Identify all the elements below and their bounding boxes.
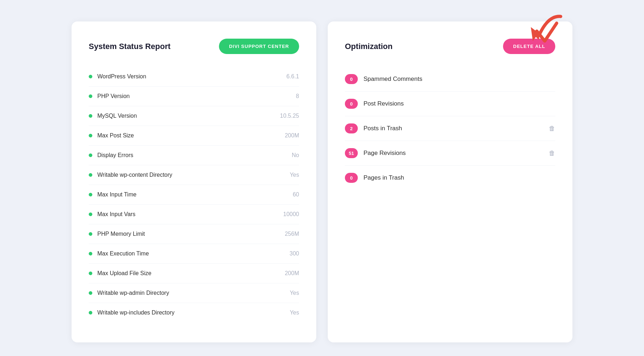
page-wrapper: System Status Report DIVI SUPPORT CENTER… — [72, 21, 572, 342]
status-row-left: Display Errors — [89, 152, 133, 159]
status-dot — [89, 272, 92, 275]
status-row-left: MySQL Version — [89, 113, 137, 119]
status-label: MySQL Version — [97, 113, 137, 119]
status-label: Display Errors — [97, 152, 133, 159]
status-label: Max Input Vars — [97, 211, 135, 218]
status-row: Max Upload File Size 200M — [89, 264, 299, 283]
status-dot — [89, 134, 92, 137]
status-row-left: Max Input Vars — [89, 211, 135, 218]
status-row-left: Writable wp-content Directory — [89, 172, 172, 178]
opt-row-spammed-comments: 0 Spammed Comments — [345, 67, 555, 92]
trash-icon[interactable]: 🗑 — [549, 150, 555, 157]
status-label: Max Execution Time — [97, 250, 149, 257]
status-value: 200M — [285, 132, 299, 139]
status-label: WordPress Version — [97, 73, 146, 80]
status-value: 8 — [296, 93, 299, 99]
opt-label-post-revisions: Post Revisions — [364, 100, 555, 107]
status-label: Writable wp-includes Directory — [97, 309, 175, 316]
status-value: 200M — [285, 270, 299, 277]
opt-badge-page-revisions: 51 — [345, 148, 358, 158]
status-value: 10000 — [283, 211, 299, 218]
status-label: Writable wp-admin Directory — [97, 290, 169, 296]
status-dot — [89, 153, 92, 157]
status-value: Yes — [290, 290, 299, 296]
optimization-card: Optimization DELETE ALL 0 Spamm — [328, 21, 572, 342]
opt-row-page-revisions: 51 Page Revisions 🗑 — [345, 141, 555, 166]
status-value: Yes — [290, 309, 299, 316]
status-value: 10.5.25 — [280, 113, 299, 119]
status-value: 256M — [285, 231, 299, 237]
status-label: PHP Memory Limit — [97, 231, 145, 237]
status-dot — [89, 193, 92, 196]
opt-label-page-revisions: Page Revisions — [364, 150, 543, 157]
status-dot — [89, 94, 92, 98]
opt-badge-posts-in-trash: 2 — [345, 123, 358, 133]
opt-label-posts-in-trash: Posts in Trash — [364, 125, 543, 132]
status-value: 60 — [293, 191, 299, 198]
status-row: Max Post Size 200M — [89, 126, 299, 146]
status-dot — [89, 252, 92, 255]
status-row: Max Execution Time 300 — [89, 244, 299, 264]
status-row: Writable wp-admin Directory Yes — [89, 283, 299, 303]
optimization-header: Optimization DELETE ALL — [345, 39, 555, 54]
status-value: 300 — [289, 250, 299, 257]
status-row-left: Writable wp-admin Directory — [89, 290, 169, 296]
opt-row-pages-in-trash: 0 Pages in Trash — [345, 166, 555, 190]
delete-all-wrapper: DELETE ALL — [503, 39, 555, 54]
status-row-left: PHP Memory Limit — [89, 231, 145, 237]
status-row: Writable wp-includes Directory Yes — [89, 303, 299, 322]
status-list: WordPress Version 6.6.1 PHP Version 8 My… — [89, 67, 299, 322]
opt-badge-spammed-comments: 0 — [345, 74, 358, 84]
opt-label-spammed-comments: Spammed Comments — [364, 75, 555, 83]
status-value: 6.6.1 — [286, 73, 299, 80]
status-value: No — [292, 152, 299, 159]
system-status-header: System Status Report DIVI SUPPORT CENTER — [89, 39, 299, 54]
opt-row-post-revisions: 0 Post Revisions — [345, 92, 555, 116]
status-row-left: PHP Version — [89, 93, 130, 99]
status-label: Max Post Size — [97, 132, 134, 139]
status-row: WordPress Version 6.6.1 — [89, 67, 299, 87]
opt-badge-post-revisions: 0 — [345, 99, 358, 109]
status-row-left: Max Execution Time — [89, 250, 149, 257]
status-dot — [89, 291, 92, 295]
arrow-icon — [525, 19, 561, 51]
status-row: MySQL Version 10.5.25 — [89, 106, 299, 126]
divi-support-center-button[interactable]: DIVI SUPPORT CENTER — [219, 39, 299, 54]
status-row: Max Input Vars 10000 — [89, 205, 299, 224]
status-label: Writable wp-content Directory — [97, 172, 172, 178]
status-row: PHP Version 8 — [89, 87, 299, 106]
status-dot — [89, 75, 92, 78]
opt-row-posts-in-trash: 2 Posts in Trash 🗑 — [345, 116, 555, 141]
system-status-card: System Status Report DIVI SUPPORT CENTER… — [72, 21, 316, 342]
status-row-left: Max Post Size — [89, 132, 134, 139]
trash-icon[interactable]: 🗑 — [549, 125, 555, 132]
status-row: Display Errors No — [89, 146, 299, 165]
status-row: Max Input Time 60 — [89, 185, 299, 205]
status-row: PHP Memory Limit 256M — [89, 224, 299, 244]
status-label: Max Upload File Size — [97, 270, 151, 277]
optimization-list: 0 Spammed Comments 0 Post Revisions 2 Po… — [345, 67, 555, 190]
svg-marker-0 — [531, 27, 539, 41]
status-label: Max Input Time — [97, 191, 136, 198]
status-dot — [89, 114, 92, 118]
status-label: PHP Version — [97, 93, 130, 99]
status-dot — [89, 173, 92, 177]
status-row: Writable wp-content Directory Yes — [89, 165, 299, 185]
opt-label-pages-in-trash: Pages in Trash — [364, 174, 555, 181]
opt-badge-pages-in-trash: 0 — [345, 173, 358, 183]
status-dot — [89, 232, 92, 236]
status-row-left: Max Input Time — [89, 191, 136, 198]
system-status-title: System Status Report — [89, 42, 171, 51]
optimization-title: Optimization — [345, 42, 392, 51]
status-value: Yes — [290, 172, 299, 178]
status-dot — [89, 213, 92, 216]
status-dot — [89, 311, 92, 314]
status-row-left: WordPress Version — [89, 73, 146, 80]
status-row-left: Max Upload File Size — [89, 270, 151, 277]
status-row-left: Writable wp-includes Directory — [89, 309, 175, 316]
